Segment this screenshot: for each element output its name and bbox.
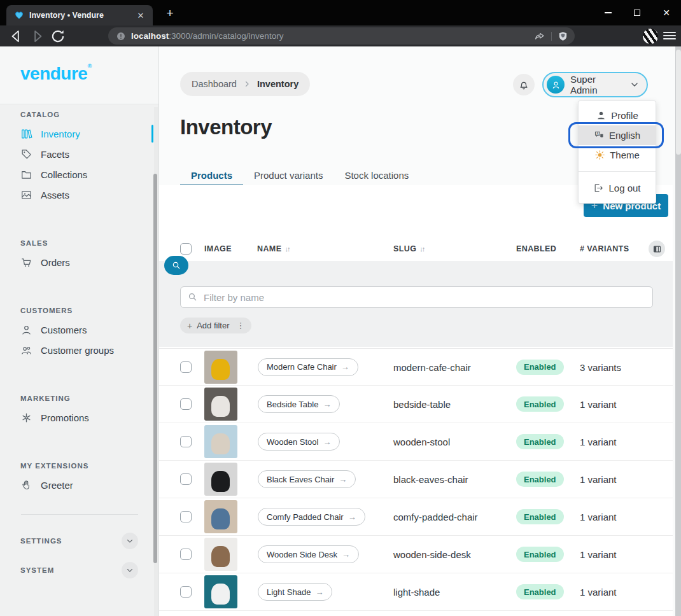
sidebar: vendure® CATALOGInventoryFacetsCollectio… — [0, 46, 159, 616]
tab-product-variants[interactable]: Product variants — [243, 164, 333, 186]
chevron-right-icon — [243, 80, 251, 88]
reload-button[interactable] — [50, 28, 66, 45]
svg-text:A: A — [596, 132, 599, 136]
arrow-right-icon: → — [323, 400, 331, 409]
logout-icon — [593, 183, 604, 193]
vendure-favicon-heart-icon — [14, 10, 24, 20]
menu-item-theme[interactable]: Theme — [579, 145, 656, 165]
select-all-checkbox[interactable] — [180, 243, 192, 255]
notifications-button[interactable] — [513, 74, 535, 95]
menu-item-profile[interactable]: Profile — [579, 106, 656, 125]
sidebar-section-label: SYSTEM — [20, 566, 54, 574]
expand-section-button[interactable] — [122, 562, 138, 578]
browser-profile-avatar[interactable] — [643, 29, 658, 44]
kebab-menu-icon[interactable]: ⋮ — [234, 321, 245, 330]
product-name-chip[interactable]: Light Shade→ — [258, 583, 332, 601]
row-checkbox[interactable] — [180, 511, 192, 522]
table-row: Wooden Stool→ wooden-stool Enabled 1 var… — [159, 423, 673, 461]
sun-icon — [594, 150, 605, 160]
tab-close-icon[interactable]: ✕ — [135, 11, 146, 20]
browser-menu-icon[interactable] — [663, 29, 676, 42]
user-menu-button[interactable]: Super Admin — [542, 72, 648, 97]
forward-button[interactable] — [29, 28, 46, 45]
menu-item-log-out[interactable]: Log out — [579, 178, 656, 198]
window-minimize-button[interactable] — [593, 0, 622, 25]
product-name-chip[interactable]: Bedside Table→ — [258, 395, 340, 413]
site-info-icon[interactable] — [116, 31, 126, 41]
product-slug: black-eaves-chair — [393, 474, 468, 485]
column-settings-button[interactable] — [649, 241, 665, 257]
product-thumbnail[interactable] — [204, 538, 237, 571]
variant-count: 1 variant — [580, 437, 617, 447]
row-checkbox[interactable] — [180, 361, 192, 373]
sidebar-item-text: Customer groups — [41, 345, 114, 356]
table-row: Wooden Side Desk→ wooden-side-desk Enabl… — [159, 536, 673, 573]
sidebar-section-label: SETTINGS — [20, 537, 62, 545]
sidebar-section-settings[interactable]: SETTINGS — [20, 530, 138, 552]
plus-icon: + — [187, 321, 192, 331]
filter-by-name-input[interactable] — [180, 286, 653, 308]
product-slug: comfy-padded-chair — [393, 512, 478, 522]
page-scrollbar[interactable] — [675, 46, 681, 616]
col-slug[interactable]: SLUG↓↑ — [393, 244, 424, 253]
add-filter-button[interactable]: + Add filter ⋮ — [180, 318, 251, 333]
sidebar-item-text: Facets — [41, 149, 69, 160]
share-icon[interactable] — [534, 31, 545, 42]
product-name-chip[interactable]: Wooden Stool→ — [258, 433, 340, 451]
product-name-chip[interactable]: Black Eaves Chair→ — [258, 470, 356, 488]
variant-count: 1 variant — [580, 474, 617, 485]
product-slug: bedside-table — [393, 399, 451, 410]
breadcrumb-dashboard-link[interactable]: Dashboard — [192, 79, 237, 89]
new-tab-button[interactable]: + — [163, 6, 177, 20]
arrow-right-icon: → — [348, 512, 356, 522]
back-button[interactable] — [8, 28, 24, 45]
tab-products[interactable]: Products — [180, 164, 243, 186]
sidebar-item-assets[interactable]: Assets — [0, 185, 158, 205]
product-thumbnail[interactable] — [204, 388, 237, 421]
tab-stock-locations[interactable]: Stock locations — [333, 164, 419, 186]
product-name-chip[interactable]: Modern Cafe Chair→ — [258, 358, 358, 376]
brave-shield-icon[interactable] — [558, 31, 568, 42]
user-avatar — [547, 76, 565, 94]
menu-item-english[interactable]: AEnglish — [579, 125, 656, 145]
product-thumbnail[interactable] — [204, 463, 237, 496]
col-name[interactable]: NAME↓↑ — [257, 244, 289, 253]
product-thumbnail[interactable] — [204, 575, 237, 608]
expand-section-button[interactable] — [122, 533, 138, 549]
sidebar-item-greeter[interactable]: Greeter — [0, 475, 158, 495]
product-thumbnail[interactable] — [204, 425, 237, 458]
filter-section: + Add filter ⋮ — [159, 261, 673, 347]
sidebar-item-text: Inventory — [41, 129, 80, 139]
product-thumbnail[interactable] — [204, 500, 237, 533]
browser-tab[interactable]: Inventory • Vendure ✕ — [6, 5, 153, 25]
sidebar-item-collections[interactable]: Collections — [0, 164, 158, 185]
sidebar-item-customer-groups[interactable]: Customer groups — [0, 340, 158, 360]
product-name-chip[interactable]: Wooden Side Desk→ — [258, 545, 359, 563]
sidebar-item-text: Orders — [41, 257, 70, 268]
window-close-button[interactable]: ✕ — [652, 0, 681, 25]
window-maximize-button[interactable] — [622, 0, 652, 25]
product-name-chip[interactable]: Comfy Padded Chair→ — [258, 508, 365, 526]
sidebar-item-facets[interactable]: Facets — [0, 144, 158, 164]
sidebar-scrollbar[interactable] — [154, 107, 158, 616]
row-checkbox[interactable] — [180, 549, 192, 560]
sidebar-item-promotions[interactable]: Promotions — [0, 407, 158, 428]
sidebar-item-customers[interactable]: Customers — [0, 319, 158, 340]
sort-icon: ↓↑ — [284, 245, 289, 253]
sidebar-item-inventory[interactable]: Inventory — [0, 123, 158, 144]
asterisk-icon — [20, 412, 32, 424]
active-indicator — [151, 125, 153, 143]
sidebar-item-orders[interactable]: Orders — [0, 252, 158, 272]
row-checkbox[interactable] — [180, 436, 192, 447]
address-bar[interactable]: localhost:3000/admin/catalog/inventory — [108, 27, 575, 45]
search-icon — [187, 291, 198, 302]
menu-item-label: Theme — [610, 150, 640, 160]
sidebar-section-system[interactable]: SYSTEM — [20, 559, 138, 581]
status-badge: Enabled — [516, 509, 564, 524]
row-checkbox[interactable] — [180, 586, 192, 598]
row-checkbox[interactable] — [180, 398, 192, 410]
status-badge: Enabled — [516, 360, 564, 375]
product-thumbnail[interactable] — [204, 351, 237, 384]
search-toggle-button[interactable] — [164, 256, 188, 275]
row-checkbox[interactable] — [180, 473, 192, 485]
